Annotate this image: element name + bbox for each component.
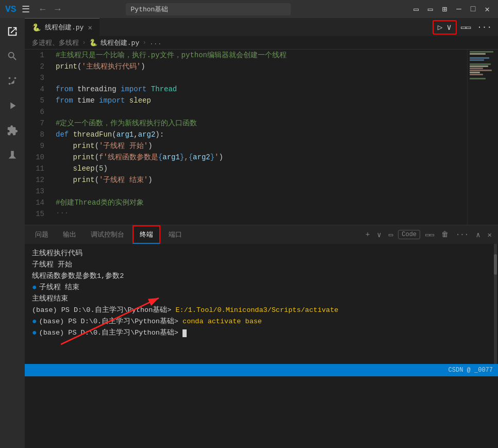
code-editor[interactable]: 1 2 3 4 5 6 7 8 9 10 11 12 13 14 15 #主线程… <box>25 49 498 225</box>
window-controls: ▭ ▭ ⊞ — □ ✕ <box>410 3 493 15</box>
term-out-4: 子线程 结束 <box>39 282 79 293</box>
tab-terminal[interactable]: 终端 <box>132 225 160 244</box>
terminal-line-1: 主线程执行代码 <box>32 248 491 259</box>
term-out-3: 线程函数参数是参数1,参数2 <box>32 271 124 282</box>
code-num5: 5 <box>99 163 103 174</box>
code-indent9 <box>56 140 73 152</box>
minimap-line-11 <box>470 72 480 73</box>
tab-ports[interactable]: 端口 <box>162 225 188 244</box>
nav-forward-button[interactable]: → <box>52 3 63 15</box>
svg-point-2 <box>9 83 11 85</box>
line-numbers: 1 2 3 4 5 6 7 8 9 10 11 12 13 14 15 <box>25 49 51 225</box>
tab-debug-console[interactable]: 调试控制台 <box>85 225 130 244</box>
tab-output[interactable]: 输出 <box>57 225 82 244</box>
code-fstr10: f'线程函数参数是 <box>99 152 158 163</box>
terminal-close-button[interactable]: ✕ <box>486 229 494 240</box>
tab-problems[interactable]: 问题 <box>29 225 55 244</box>
breadcrumb-text: 多进程、多线程 <box>32 38 79 47</box>
term-cursor <box>182 329 187 337</box>
code-line-10: print ( f'线程函数参数是 { arg1 } , { arg2 } ' … <box>56 152 467 163</box>
search-bar[interactable]: Python基础 <box>126 3 291 15</box>
watermark-text: CSDN @ _0077 <box>449 367 493 374</box>
activity-explorer-icon[interactable] <box>3 22 22 41</box>
minimap-content <box>468 49 498 81</box>
run-dropdown-button[interactable]: ∨ <box>444 22 454 32</box>
code-paren9a: ( <box>95 140 99 152</box>
terminal-tabs: 问题 输出 调试控制台 终端 端口 + ∨ ▭ Code <box>25 225 498 244</box>
minimize-button[interactable]: — <box>453 4 464 15</box>
split-editor-button[interactable]: ▭▭ <box>459 22 473 32</box>
line-num-5: 5 <box>25 95 44 106</box>
close-button[interactable]: ✕ <box>482 3 493 15</box>
terminal-content[interactable]: 主线程执行代码 子线程 开始 线程函数参数是参数1,参数2 ● 子线程 结束 <box>25 244 498 364</box>
layout-icon1[interactable]: ▭ <box>410 3 422 15</box>
code-str1: '主线程执行代码' <box>81 61 141 72</box>
line-num-8: 8 <box>25 129 44 140</box>
maximize-button[interactable]: □ <box>468 4 479 15</box>
code-line-2: print('主线程执行代码') <box>56 61 467 72</box>
code-fn-sleep11: sleep <box>73 163 95 174</box>
terminal-layout-button[interactable]: ▭▭ <box>423 229 436 240</box>
terminal-trash-button[interactable]: 🗑 <box>439 229 451 240</box>
code-fn-print: print <box>56 61 77 72</box>
term-cmd-7: conda activate base <box>182 316 262 327</box>
code-paren2: ) <box>141 61 145 72</box>
code-paren10b: ) <box>219 152 223 163</box>
code-line-7: #定义一个函数，作为新线程执行的入口函数 <box>56 118 467 129</box>
minimap-line-14 <box>470 78 486 79</box>
terminal-scrollbar[interactable] <box>494 244 497 364</box>
terminal-more-button[interactable]: ··· <box>454 229 471 240</box>
layout-icon2[interactable]: ▭ <box>425 3 436 15</box>
terminal-up-button[interactable]: ∧ <box>474 229 482 240</box>
run-button[interactable]: ▷ <box>436 22 445 32</box>
code-paren11a: ( <box>95 163 99 174</box>
line-num-10: 10 <box>25 152 44 163</box>
code-paren11b: ) <box>103 163 107 174</box>
editor-tab[interactable]: 🐍 线程创建.py ✕ <box>25 18 99 36</box>
code-line-12: print ( '子线程 结束' ) <box>56 174 467 186</box>
code-content[interactable]: #主线程只是一个比喻，执行.py文件，python编辑器就会创建一个线程 pri… <box>51 49 467 225</box>
code-paren1: ( <box>77 61 81 72</box>
term-dot-4: ● <box>32 282 37 293</box>
terminal-split-button[interactable]: ▭ <box>387 229 395 240</box>
code-comment-7: #定义一个函数，作为新线程执行的入口函数 <box>56 118 197 129</box>
code-paren10a: ( <box>95 152 99 163</box>
activity-search-icon[interactable] <box>3 47 22 65</box>
code-paren9b: ) <box>148 140 152 152</box>
minimap-line-9 <box>470 68 483 69</box>
editor-toolbar: ▷ ∨ ▭▭ ··· <box>433 20 498 35</box>
vscode-logo: VS <box>5 4 16 14</box>
nav-back-button[interactable]: ← <box>38 3 48 15</box>
activity-git-icon[interactable] <box>3 72 22 90</box>
code-fn-print9: print <box>73 140 95 152</box>
code-kw-from: from <box>56 84 73 95</box>
tab-problems-label: 问题 <box>35 230 48 239</box>
breadcrumb-sep1: › <box>82 39 86 46</box>
editor-more-button[interactable]: ··· <box>475 23 494 32</box>
line-num-15: 15 <box>25 208 44 220</box>
activity-bar <box>0 18 25 448</box>
minimap-line-12 <box>470 74 483 75</box>
terminal-add-dropdown[interactable]: ∨ <box>375 229 383 240</box>
code-var-arg2: arg2 <box>138 129 156 140</box>
code-paren4: ): <box>155 129 164 140</box>
activity-run-icon[interactable] <box>3 96 22 115</box>
tab-close-button[interactable]: ✕ <box>88 23 92 32</box>
menu-icon[interactable]: ☰ <box>22 4 30 15</box>
status-bar: CSDN @ _0077 <box>25 364 498 376</box>
tab-ports-label: 端口 <box>169 230 182 239</box>
activity-extensions-icon[interactable] <box>3 121 22 140</box>
terminal-scroll-thumb[interactable] <box>494 254 497 275</box>
line-num-14: 14 <box>25 197 44 208</box>
code-fbrace4: } <box>210 152 214 163</box>
terminal-code-label: Code <box>398 230 420 239</box>
layout-icon3[interactable]: ⊞ <box>439 3 451 15</box>
line-num-6: 6 <box>25 106 44 118</box>
terminal-add-button[interactable]: + <box>363 229 372 240</box>
activity-flask-icon[interactable] <box>3 146 22 164</box>
terminal-panel: 问题 输出 调试控制台 终端 端口 + ∨ ▭ Code <box>25 225 498 364</box>
code-line-9: print ( '子线程 开始' ) <box>56 140 467 152</box>
code-line-1: #主线程只是一个比喻，执行.py文件，python编辑器就会创建一个线程 <box>56 49 467 61</box>
code-indent11 <box>56 163 73 174</box>
code-paren12a: ( <box>95 174 99 186</box>
